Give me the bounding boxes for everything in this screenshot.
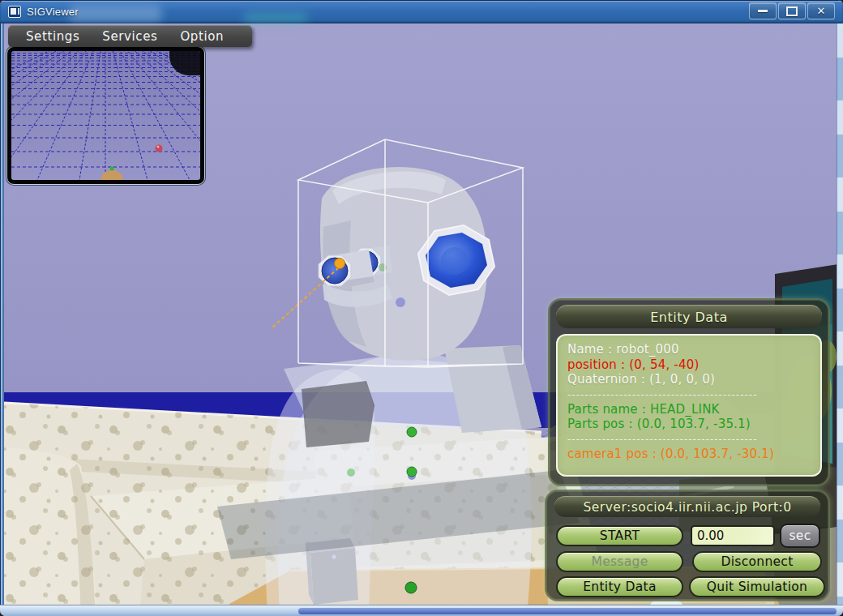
start-button[interactable]: START bbox=[556, 525, 683, 546]
separator-line: ----------------------------------------… bbox=[567, 432, 811, 447]
camera1-pos-line: camera1 pos : (0.0, 103.7, -30.1) bbox=[567, 447, 811, 462]
entity-name-line: Name : robot_000 bbox=[567, 342, 811, 357]
server-control-panel: Server:socio4.iir.nii.ac.jp Port:0 START… bbox=[545, 490, 830, 601]
close-icon: ✕ bbox=[817, 6, 826, 16]
minimap-grid bbox=[11, 51, 200, 180]
minimize-button[interactable] bbox=[749, 2, 777, 19]
menu-settings[interactable]: Settings bbox=[15, 29, 91, 44]
time-input[interactable] bbox=[691, 525, 775, 546]
minimap-red-sphere bbox=[156, 145, 163, 152]
window-controls: ✕ bbox=[749, 2, 835, 19]
entity-panel-body: Name : robot_000 position : (0, 54, -40)… bbox=[556, 334, 822, 477]
minimap-view bbox=[11, 51, 200, 180]
quit-simulation-button[interactable]: Quit Simulation bbox=[689, 576, 825, 597]
parts-name-line: Parts name : HEAD_LINK bbox=[567, 402, 811, 417]
disconnect-button[interactable]: Disconnect bbox=[692, 551, 822, 572]
titlebar-glass-highlight bbox=[69, 6, 162, 22]
server-panel-title: Server:socio4.iir.nii.ac.jp Port:0 bbox=[554, 496, 820, 517]
message-button[interactable]: Message bbox=[556, 551, 683, 572]
menu-option[interactable]: Option bbox=[169, 29, 235, 44]
menu-services[interactable]: Services bbox=[91, 29, 169, 44]
minimap-viewport[interactable] bbox=[6, 46, 205, 185]
sec-button[interactable]: sec bbox=[780, 524, 820, 548]
entity-quaternion-line: Quaternion : (1, 0, 0, 0) bbox=[567, 372, 811, 387]
app-window: Settings Services Option Entity Data Nam… bbox=[0, 0, 843, 616]
parts-pos-line: Parts pos : (0.0, 103.7, -35.1) bbox=[567, 417, 811, 432]
window-border-left bbox=[0, 24, 4, 605]
title-bar[interactable]: SIGViewer ✕ bbox=[0, 0, 843, 24]
window-title: SIGViewer bbox=[27, 6, 79, 18]
minimize-icon bbox=[758, 10, 768, 12]
menu-bar: Settings Services Option bbox=[8, 25, 252, 47]
separator-line: ----------------------------------------… bbox=[567, 387, 811, 402]
window-border-bottom bbox=[0, 605, 843, 616]
maximize-button[interactable] bbox=[778, 2, 806, 19]
entity-position-line: position : (0, 54, -40) bbox=[567, 357, 811, 373]
close-button[interactable]: ✕ bbox=[807, 2, 835, 19]
app-icon bbox=[8, 6, 21, 18]
maximize-icon bbox=[786, 6, 798, 16]
entity-data-panel: Entity Data Name : robot_000 position : … bbox=[548, 298, 830, 486]
titlebar-glass-highlight bbox=[243, 12, 308, 24]
entity-data-button[interactable]: Entity Data bbox=[556, 576, 683, 597]
entity-panel-title: Entity Data bbox=[556, 305, 822, 328]
window-border-right bbox=[837, 24, 843, 605]
